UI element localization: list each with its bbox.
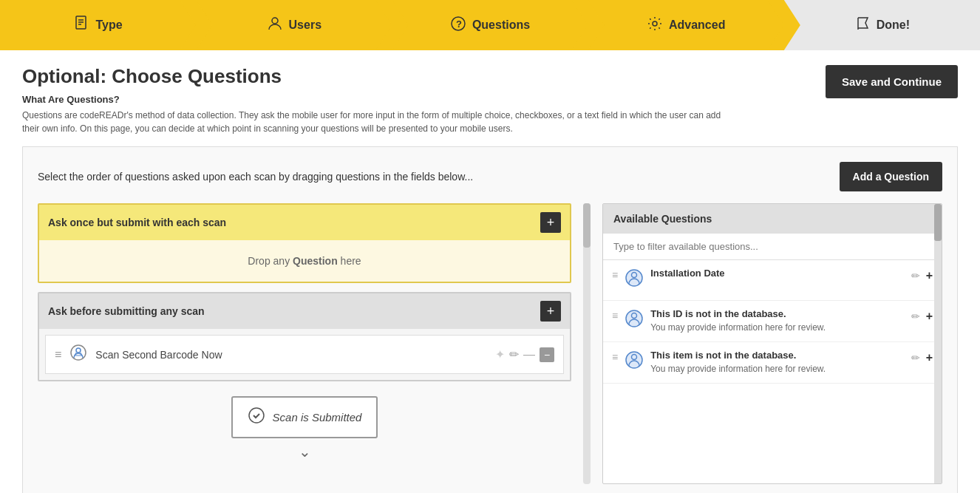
q-add-icon[interactable]: + bbox=[926, 269, 933, 282]
nav-item-questions[interactable]: ? Questions bbox=[392, 0, 588, 50]
nav-questions-label: Questions bbox=[472, 18, 530, 32]
q-actions-2: ✏ + bbox=[911, 310, 933, 323]
questions-icon: ? bbox=[450, 16, 466, 35]
chevron-down-icon: ⌄ bbox=[299, 443, 311, 460]
q-edit-icon-2[interactable]: ✏ bbox=[911, 310, 920, 322]
subtitle: What Are Questions? bbox=[22, 94, 724, 105]
q-content-3: This item is not in the database. You ma… bbox=[650, 350, 905, 375]
flag-icon bbox=[854, 16, 871, 35]
remove-scan-button[interactable]: − bbox=[540, 347, 554, 362]
top-navigation: Type Users ? Questions Advanced bbox=[0, 0, 980, 50]
ask-once-body: Drop any Question here bbox=[39, 240, 570, 282]
separator: — bbox=[523, 348, 535, 361]
q-drag-icon-3[interactable]: ≡ bbox=[612, 351, 618, 363]
svg-point-10 bbox=[76, 348, 81, 353]
nav-item-advanced[interactable]: Advanced bbox=[588, 0, 784, 50]
left-scrollbar[interactable] bbox=[583, 203, 591, 484]
q-drag-icon[interactable]: ≡ bbox=[612, 269, 618, 281]
drag-handle-icon[interactable]: ≡ bbox=[55, 348, 61, 361]
q-edit-icon-3[interactable]: ✏ bbox=[911, 352, 920, 364]
drop-text-prefix: Drop any bbox=[248, 255, 293, 267]
select-order-row: Select the order of questions asked upon… bbox=[38, 162, 942, 191]
scan-submitted-label: Scan is Submitted bbox=[273, 411, 362, 424]
ask-before-header: Ask before submitting any scan + bbox=[39, 293, 570, 329]
scan-submitted-icon bbox=[248, 407, 265, 428]
scan-item-label: Scan Second Barcode Now bbox=[95, 349, 488, 361]
nav-users-label: Users bbox=[289, 18, 321, 32]
q-type-icon-3 bbox=[624, 350, 644, 375]
select-order-text: Select the order of questions asked upon… bbox=[38, 171, 473, 183]
svg-point-4 bbox=[272, 18, 278, 24]
q-desc-3: You may provide information here for rev… bbox=[650, 363, 905, 375]
edit-icon[interactable]: ✏ bbox=[509, 347, 519, 361]
left-scrollbar-thumb bbox=[583, 203, 591, 248]
nav-done-label: Done! bbox=[877, 18, 910, 32]
main-content: Optional: Choose Questions What Are Ques… bbox=[0, 50, 980, 493]
q-actions-3: ✏ + bbox=[911, 351, 933, 364]
question-item-installation-date: ≡ Installation Date ✏ + bbox=[603, 260, 942, 301]
scan-barcode-icon bbox=[69, 343, 88, 366]
ask-once-header-label: Ask once but submit with each scan bbox=[48, 217, 226, 228]
available-questions-header: Available Questions bbox=[603, 204, 942, 234]
header-row: Optional: Choose Questions What Are Ques… bbox=[22, 65, 958, 135]
ask-once-section: Ask once but submit with each scan + Dro… bbox=[38, 203, 571, 283]
q-type-icon-2 bbox=[624, 308, 644, 333]
filter-input[interactable] bbox=[603, 234, 942, 260]
page-header: Optional: Choose Questions What Are Ques… bbox=[22, 65, 724, 135]
nav-type-label: Type bbox=[96, 18, 123, 32]
scan-actions: ✦ ✏ — − bbox=[495, 347, 554, 362]
save-continue-button[interactable]: Save and Continue bbox=[826, 65, 958, 98]
scan-submitted-button[interactable]: Scan is Submitted bbox=[231, 396, 378, 438]
ask-before-plus-button[interactable]: + bbox=[540, 301, 561, 322]
users-icon bbox=[267, 16, 283, 35]
nav-advanced-label: Advanced bbox=[669, 18, 725, 32]
gear-icon bbox=[647, 16, 663, 35]
ask-before-header-label: Ask before submitting any scan bbox=[48, 305, 205, 317]
ask-once-plus-button[interactable]: + bbox=[540, 212, 561, 233]
description: Questions are codeREADr's method of data… bbox=[22, 109, 724, 135]
nav-item-done[interactable]: Done! bbox=[784, 0, 980, 50]
svg-point-11 bbox=[249, 408, 264, 423]
add-question-button[interactable]: Add a Question bbox=[840, 162, 942, 191]
svg-text:?: ? bbox=[456, 18, 462, 30]
two-column-layout: Ask once but submit with each scan + Dro… bbox=[38, 203, 942, 484]
q-drag-icon-2[interactable]: ≡ bbox=[612, 310, 618, 322]
right-column: Available Questions ≡ Installation Date bbox=[602, 203, 942, 484]
q-content-2: This ID is not in the database. You may … bbox=[650, 308, 905, 334]
scan-item-row: ≡ Scan Second Barcode Now ✦ bbox=[45, 335, 564, 374]
q-title-3: This item is not in the database. bbox=[650, 350, 905, 361]
nav-item-type[interactable]: Type bbox=[0, 0, 196, 50]
drop-text-suffix: here bbox=[338, 255, 361, 267]
question-item-id-not-in-db: ≡ This ID is not in the database. You ma… bbox=[603, 301, 942, 342]
q-title-2: This ID is not in the database. bbox=[650, 308, 905, 319]
left-column: Ask once but submit with each scan + Dro… bbox=[38, 203, 571, 484]
page-title: Optional: Choose Questions bbox=[22, 65, 724, 88]
q-content: Installation Date bbox=[650, 268, 905, 279]
document-icon bbox=[74, 16, 90, 35]
svg-point-7 bbox=[653, 21, 657, 26]
q-add-icon-2[interactable]: + bbox=[926, 310, 933, 323]
ask-once-header: Ask once but submit with each scan + bbox=[39, 205, 570, 240]
question-item-item-not-in-db: ≡ This item is not in the database. You … bbox=[603, 342, 942, 384]
star-icon[interactable]: ✦ bbox=[495, 347, 505, 361]
q-title: Installation Date bbox=[650, 268, 905, 279]
q-edit-icon[interactable]: ✏ bbox=[911, 270, 920, 282]
q-desc-2: You may provide information here for rev… bbox=[650, 322, 905, 334]
ask-before-section: Ask before submitting any scan + ≡ bbox=[38, 292, 571, 381]
drop-text-bold: Question bbox=[293, 255, 338, 267]
q-actions: ✏ + bbox=[911, 269, 933, 282]
right-scrollbar[interactable] bbox=[934, 204, 942, 483]
questions-section: Select the order of questions asked upon… bbox=[22, 146, 958, 493]
q-type-icon bbox=[624, 268, 644, 293]
q-add-icon-3[interactable]: + bbox=[926, 351, 933, 364]
right-scrollbar-thumb bbox=[934, 204, 942, 241]
nav-item-users[interactable]: Users bbox=[196, 0, 392, 50]
